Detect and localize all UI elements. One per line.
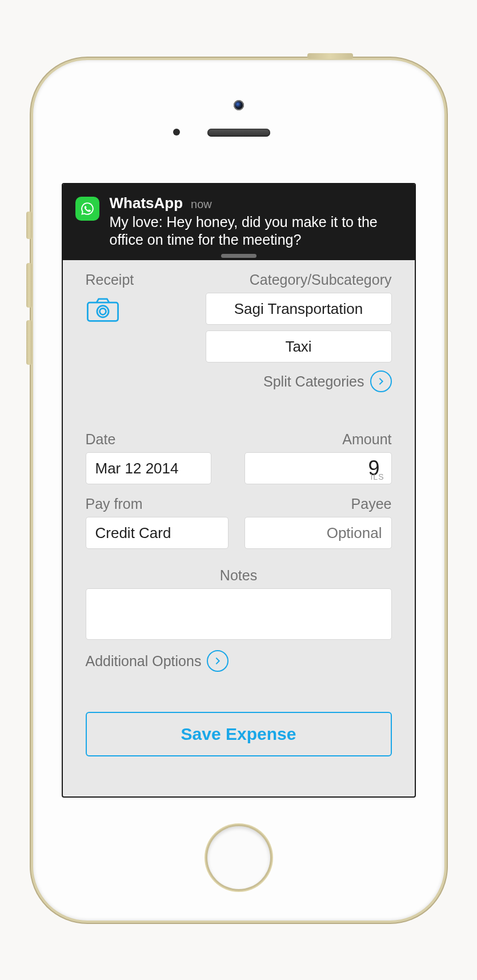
payee-input[interactable] (254, 524, 382, 542)
whatsapp-icon (75, 197, 99, 221)
category-select[interactable]: Sagi Transportation (206, 293, 392, 325)
power-button (307, 53, 353, 59)
save-expense-button[interactable]: Save Expense (86, 712, 392, 756)
mute-switch (26, 212, 32, 239)
date-field[interactable]: Mar 12 2014 (86, 452, 211, 484)
notification-banner[interactable]: WhatsApp now My love: Hey honey, did you… (63, 184, 415, 261)
additional-options-link[interactable]: Additional Options (86, 650, 392, 672)
additional-options-label: Additional Options (86, 653, 202, 670)
notification-body: WhatsApp now My love: Hey honey, did you… (110, 194, 402, 249)
category-value: Sagi Transportation (234, 300, 363, 318)
pay-from-field[interactable]: Credit Card (86, 517, 229, 549)
amount-field[interactable]: 9 ILS (244, 452, 392, 484)
receipt-camera-button[interactable] (86, 293, 194, 325)
phone-frame: WhatsApp now My love: Hey honey, did you… (33, 60, 444, 921)
front-camera (234, 100, 244, 110)
pay-from-value: Credit Card (95, 524, 171, 542)
subcategory-select[interactable]: Taxi (206, 330, 392, 362)
notification-pull-handle[interactable] (221, 254, 256, 258)
save-expense-label: Save Expense (181, 724, 296, 743)
notification-message: My love: Hey honey, did you make it to t… (110, 213, 402, 249)
amount-currency: ILS (370, 472, 384, 481)
category-label: Category/Subcategory (206, 272, 392, 288)
home-button[interactable] (207, 826, 270, 889)
volume-up-button (26, 263, 32, 308)
svg-point-1 (97, 306, 108, 317)
split-categories-link[interactable]: Split Categories (206, 371, 392, 392)
camera-icon (86, 297, 120, 322)
receipt-label: Receipt (86, 272, 194, 288)
earpiece-speaker (207, 129, 270, 137)
payee-label: Payee (244, 496, 392, 512)
expense-form: Receipt Category/Subcategory (63, 260, 415, 796)
svg-point-2 (99, 308, 106, 314)
screen: WhatsApp now My love: Hey honey, did you… (62, 183, 416, 798)
notification-app-name: WhatsApp (110, 194, 183, 212)
date-value: Mar 12 2014 (95, 460, 179, 477)
notes-field[interactable] (86, 588, 392, 640)
proximity-sensor (173, 129, 180, 136)
notes-label: Notes (86, 567, 392, 584)
notification-timestamp: now (191, 198, 212, 211)
payee-field[interactable] (244, 517, 392, 549)
volume-down-button (26, 320, 32, 365)
pay-from-label: Pay from (86, 496, 233, 512)
date-label: Date (86, 431, 233, 448)
amount-label: Amount (244, 431, 392, 448)
chevron-right-icon (370, 371, 392, 392)
split-categories-label: Split Categories (263, 373, 364, 390)
chevron-right-icon (207, 650, 229, 672)
subcategory-value: Taxi (285, 338, 311, 356)
